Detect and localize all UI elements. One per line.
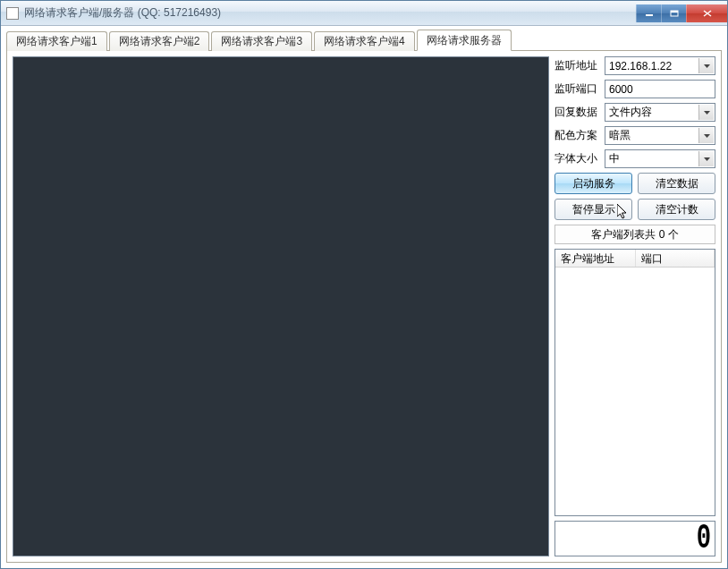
col-client-port[interactable]: 端口	[636, 250, 715, 267]
close-icon	[703, 10, 712, 17]
log-output[interactable]	[13, 56, 549, 556]
button-row-1: 启动服务 清空数据	[554, 173, 715, 194]
label-color-scheme: 配色方案	[554, 128, 601, 143]
row-reply-data: 回复数据 文件内容	[554, 103, 715, 122]
chevron-down-icon[interactable]	[698, 105, 714, 120]
tab-client3[interactable]: 网络请求客户端3	[211, 31, 312, 51]
side-panel: 监听地址 192.168.1.22 监听端口 6000 回复数据	[554, 56, 715, 556]
label-font-size: 字体大小	[554, 151, 601, 166]
button-row-2: 暂停显示 清空计数	[554, 199, 715, 220]
label-listen-port: 监听端口	[554, 81, 601, 97]
row-listen-port: 监听端口 6000	[554, 80, 715, 98]
combo-color-scheme[interactable]: 暗黑	[605, 126, 715, 145]
pause-display-button[interactable]: 暂停显示	[554, 199, 632, 220]
app-icon	[6, 7, 19, 20]
tab-content: 监听地址 192.168.1.22 监听端口 6000 回复数据	[6, 51, 722, 563]
label-listen-addr: 监听地址	[554, 58, 601, 73]
col-client-addr[interactable]: 客户端地址	[555, 250, 636, 267]
app-window: 网络请求客户端/服务器 (QQ: 517216493) 网络请求客户端1 网络请…	[0, 0, 728, 569]
svg-rect-2	[671, 11, 678, 13]
maximize-button[interactable]	[661, 4, 686, 22]
close-button[interactable]	[686, 4, 727, 22]
combo-color-scheme-value: 暗黑	[609, 128, 631, 143]
table-header: 客户端地址 端口	[555, 250, 715, 268]
titlebar[interactable]: 网络请求客户端/服务器 (QQ: 517216493)	[1, 1, 727, 26]
row-color-scheme: 配色方案 暗黑	[554, 126, 715, 145]
combo-reply-data-value: 文件内容	[609, 105, 652, 120]
label-reply-data: 回复数据	[554, 105, 601, 120]
clear-data-button[interactable]: 清空数据	[638, 173, 715, 194]
clear-count-button[interactable]: 清空计数	[638, 199, 715, 220]
minimize-button[interactable]	[636, 4, 661, 22]
counter-display: 0	[554, 521, 715, 556]
chevron-down-icon[interactable]	[698, 58, 714, 73]
svg-rect-0	[646, 14, 653, 16]
client-table[interactable]: 客户端地址 端口	[554, 249, 715, 516]
tab-client4[interactable]: 网络请求客户端4	[314, 31, 415, 51]
client-area: 网络请求客户端1 网络请求客户端2 网络请求客户端3 网络请求客户端4 网络请求…	[1, 26, 727, 568]
tab-client2[interactable]: 网络请求客户端2	[109, 31, 210, 51]
tab-server[interactable]: 网络请求服务器	[417, 30, 512, 51]
maximize-icon	[670, 10, 679, 17]
chevron-down-icon[interactable]	[698, 128, 714, 143]
combo-listen-addr-value: 192.168.1.22	[609, 60, 672, 72]
combo-listen-addr[interactable]: 192.168.1.22	[605, 56, 715, 75]
counter-value: 0	[696, 519, 709, 558]
start-service-button[interactable]: 启动服务	[554, 173, 632, 194]
tab-client1[interactable]: 网络请求客户端1	[6, 31, 107, 51]
input-listen-port[interactable]: 6000	[605, 80, 715, 98]
chevron-down-icon[interactable]	[698, 151, 714, 166]
row-listen-addr: 监听地址 192.168.1.22	[554, 56, 715, 75]
combo-reply-data[interactable]: 文件内容	[605, 103, 715, 122]
combo-font-size[interactable]: 中	[605, 149, 715, 168]
window-controls	[636, 4, 727, 22]
minimize-icon	[645, 10, 654, 17]
window-title: 网络请求客户端/服务器 (QQ: 517216493)	[24, 5, 636, 21]
input-listen-port-value: 6000	[609, 83, 633, 96]
client-count-label: 客户端列表共 0 个	[554, 225, 715, 244]
tab-bar: 网络请求客户端1 网络请求客户端2 网络请求客户端3 网络请求客户端4 网络请求…	[6, 31, 722, 51]
combo-font-size-value: 中	[609, 151, 620, 166]
row-font-size: 字体大小 中	[554, 149, 715, 168]
